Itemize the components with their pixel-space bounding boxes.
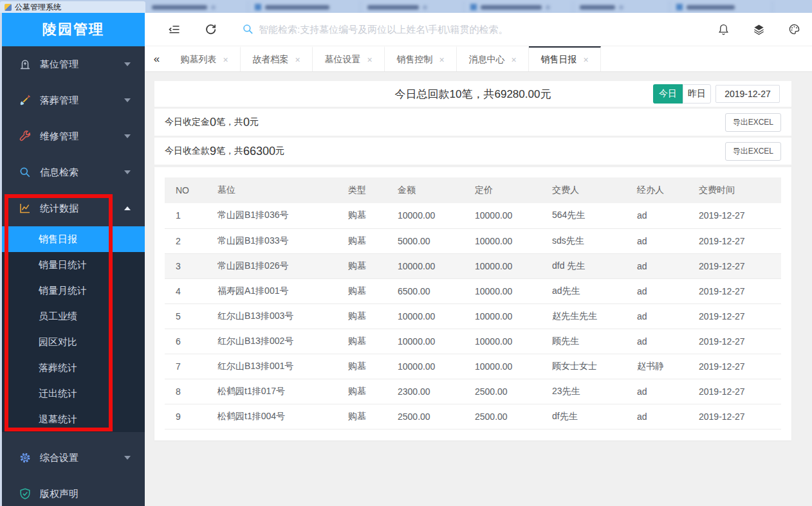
chevron-up-icon [124,206,131,210]
table-row: 5红尔山B13排003号 购墓10000.00 10000.00赵先生先生 ad… [165,303,781,329]
menu-fold-icon[interactable] [168,23,181,36]
chevron-down-icon [124,98,131,102]
yesterday-button[interactable]: 昨日 [683,84,711,104]
sidebar-sub-sales-month-stats[interactable]: 销量月统计 [2,278,145,303]
deposit-count: 0 [210,116,216,129]
browser-tab-blurred[interactable] [464,1,573,13]
close-icon[interactable]: × [439,55,444,64]
sidebar-item-label: 维修管理 [40,131,78,143]
sidebar-item-copyright[interactable]: 版权声明 [2,476,145,506]
chevron-down-icon [124,134,131,138]
close-icon[interactable]: × [511,55,516,64]
tab-plot-settings[interactable]: 墓位设置 × [313,46,385,71]
gear-icon [19,451,32,464]
full-payment-summary-row: 今日收全款9笔，共66300元 导出EXCEL [154,138,791,165]
palette-icon[interactable] [788,23,800,35]
browser-tab-blurred[interactable] [573,1,670,13]
chevron-down-icon [124,456,131,460]
tab-sales-control[interactable]: 销售控制 × [385,46,457,71]
table-row: 6红尔山B13排002号 购墓10000.00 10000.00顾先生 ad20… [165,329,781,354]
sidebar-item-plot-mgmt[interactable]: 墓位管理 [2,46,145,82]
today-button[interactable]: 今日 [653,84,683,104]
sidebar: 陵园管理 墓位管理 落葬管理 [0,13,145,506]
sidebar-sub-burial-stats[interactable]: 落葬统计 [2,355,145,381]
export-excel-button[interactable]: 导出EXCEL [725,113,781,132]
global-search [242,23,717,35]
app-logo: 陵园管理 [2,13,145,46]
table-header-row: NO 墓位 类型 金额 定价 交费人 经办人 交费时间 [165,177,781,203]
tabs-collapse-button[interactable]: « [145,46,169,71]
close-icon[interactable]: × [583,55,588,64]
browser-tab-blurred[interactable] [145,1,248,13]
chevron-down-icon [124,170,131,174]
sidebar-item-settings[interactable]: 综合设置 [2,440,145,476]
tombstone-icon [19,58,32,71]
search-input[interactable] [259,24,717,35]
close-icon[interactable]: × [367,55,372,64]
close-icon[interactable]: × [223,55,228,64]
close-icon[interactable]: × [295,55,300,64]
bell-icon[interactable] [717,23,730,35]
sales-table-card: NO 墓位 类型 金额 定价 交费人 经办人 交费时间 1常山园B1排036号 [154,167,791,440]
date-picker[interactable]: 2019-12-27 [715,85,780,103]
favicon-icon [5,4,12,11]
table-row: 1常山园B1排036号 购墓10000.00 10000.00564先生 ad2… [165,203,781,228]
sidebar-item-statistics[interactable]: 统计数据 [2,190,145,226]
browser-tab-active[interactable]: 公墓管理系统 [0,1,145,13]
sidebar-sub-sales-day-stats[interactable]: 销量日统计 [2,252,145,278]
table-row: 2常山园B1排033号 购墓5000.00 10000.00sds先生 ad20… [165,228,781,253]
sidebar-item-label: 统计数据 [40,203,78,215]
page-content: 今日总回款10笔，共69280.00元 今日 昨日 2019-12-27 今日收… [145,72,812,506]
deposit-amount: 0 [243,116,250,129]
sidebar-item-burial-mgmt[interactable]: 落葬管理 [2,82,145,118]
page-tabbar: « 购墓列表 × 故者档案 × 墓位设置 × 销售控制 × 消息中心 × [145,46,812,72]
sidebar-item-label: 信息检索 [40,167,78,179]
refresh-icon[interactable] [205,23,217,35]
magnifier-icon [19,166,32,179]
sidebar-item-label: 版权声明 [40,488,78,500]
tab-message-center[interactable]: 消息中心 × [457,46,529,71]
tab-sales-daily[interactable]: 销售日报 × [529,46,601,71]
search-icon [242,23,254,35]
browser-tab-blurred[interactable] [670,1,773,13]
sales-table: NO 墓位 类型 金额 定价 交费人 经办人 交费时间 1常山园B1排036号 [165,177,781,429]
sidebar-sub-grave-return-stats[interactable]: 退墓统计 [2,406,145,432]
report-header: 今日总回款10笔，共69280.00元 今日 昨日 2019-12-27 [154,81,791,107]
sidebar-item-repair-mgmt[interactable]: 维修管理 [2,118,145,154]
browser-tab-strip: 公墓管理系统 [0,0,812,13]
sidebar-sub-moveout-stats[interactable]: 迁出统计 [2,381,145,406]
shovel-icon [19,94,32,107]
browser-tab-blurred[interactable] [248,1,361,13]
table-row: 4福寿园A1排001号 购墓6500.00 10000.00ad先生 ad201… [165,278,781,303]
tab-deceased-archive[interactable]: 故者档案 × [241,46,313,71]
topbar [145,13,812,46]
tab-buy-list[interactable]: 购墓列表 × [169,46,241,71]
full-payment-amount: 66300 [243,145,275,158]
sidebar-item-label: 落葬管理 [40,95,78,107]
line-chart-icon [19,202,32,215]
table-row: 8松鹤园t1排017号 购墓2300.00 2500.0023先生 ad2019… [165,379,781,404]
export-excel-button[interactable]: 导出EXCEL [725,142,781,161]
deposit-summary-row: 今日收定金0笔，共0元 导出EXCEL [154,109,791,136]
sidebar-item-label: 墓位管理 [40,59,78,71]
table-row: 9松鹤园t1排004号 购墓2500.00 2500.00df先生 ad2019… [165,404,781,429]
sidebar-sub-sales-daily[interactable]: 销售日报 [2,226,145,252]
table-row: 3常山园B1排026号 购墓10000.00 10000.00dfd 先生 ad… [165,253,781,278]
sidebar-item-info-search[interactable]: 信息检索 [2,154,145,190]
browser-tab-title: 公墓管理系统 [15,2,61,13]
chevron-down-icon [124,62,131,66]
statistics-submenu: 销售日报 销量日统计 销量月统计 员工业绩 园区对比 落葬统计 迁出统计 退墓统… [2,226,145,432]
layers-icon[interactable] [753,23,765,35]
sidebar-item-label: 综合设置 [40,452,78,464]
table-row: 7红尔山B13排001号 购墓10000.00 10000.00顾女士女士 赵书… [165,354,781,379]
shield-check-icon [19,487,32,500]
sidebar-sub-park-comparison[interactable]: 园区对比 [2,329,145,355]
wrench-icon [19,130,32,143]
full-payment-count: 9 [210,145,216,158]
browser-tab-blurred[interactable] [361,1,464,13]
sidebar-sub-employee-performance[interactable]: 员工业绩 [2,303,145,329]
